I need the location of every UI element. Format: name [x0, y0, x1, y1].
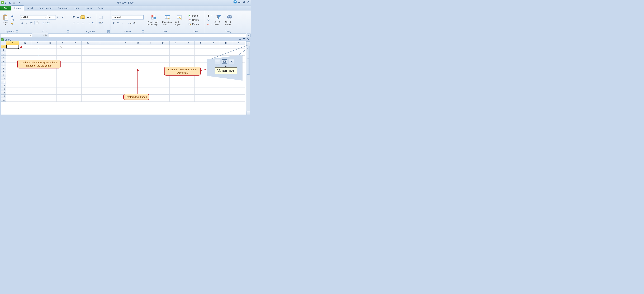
cell[interactable] [56, 49, 69, 52]
column-header[interactable]: N [170, 41, 182, 45]
cell[interactable] [182, 63, 195, 66]
column-header[interactable]: C [32, 41, 44, 45]
cell[interactable] [220, 49, 232, 52]
tab-data[interactable]: Data [71, 6, 82, 10]
align-left-button[interactable] [72, 21, 76, 25]
cell[interactable] [182, 56, 195, 59]
conditional-formatting-button[interactable]: Conditional Formatting [146, 14, 161, 26]
cell[interactable] [132, 49, 144, 52]
cell[interactable] [207, 91, 220, 95]
cell[interactable] [157, 91, 170, 95]
cell[interactable] [6, 56, 19, 59]
cell[interactable] [94, 84, 107, 88]
cell[interactable] [195, 95, 207, 98]
tab-formulas[interactable]: Formulas [55, 6, 71, 10]
cell[interactable] [82, 70, 94, 73]
cell[interactable] [32, 49, 44, 52]
cell[interactable] [6, 63, 19, 66]
cell[interactable] [119, 59, 132, 63]
paste-button[interactable]: Paste ▼ [1, 14, 10, 26]
cell[interactable] [19, 98, 32, 102]
row-header[interactable]: 16 [1, 98, 6, 102]
cell[interactable] [144, 45, 157, 49]
name-box[interactable]: A1▼ [0, 34, 32, 37]
cell[interactable] [157, 52, 170, 56]
cell[interactable] [6, 88, 19, 91]
cell[interactable] [170, 88, 182, 91]
sort-filter-button[interactable]: AZ Sort & Filter [214, 14, 224, 26]
cell[interactable] [94, 49, 107, 52]
undo-button[interactable] [9, 1, 12, 5]
fill-color-button[interactable] [42, 21, 46, 25]
cell[interactable] [6, 52, 19, 56]
qat-customize-button[interactable]: ▼ [17, 1, 20, 5]
cell[interactable] [144, 52, 157, 56]
row-header[interactable]: 4 [1, 56, 6, 59]
cell[interactable] [119, 66, 132, 70]
cell[interactable] [69, 84, 82, 88]
row-header[interactable]: 15 [1, 95, 6, 98]
tab-insert[interactable]: Insert [24, 6, 36, 10]
cell[interactable] [44, 45, 56, 49]
cell[interactable] [220, 91, 232, 95]
alignment-dialog-launcher[interactable]: ↘ [108, 31, 110, 33]
cell[interactable] [144, 63, 157, 66]
cell[interactable] [82, 59, 94, 63]
cell[interactable] [19, 70, 32, 73]
cell[interactable] [69, 49, 82, 52]
tab-home[interactable]: Home [11, 6, 24, 11]
cell[interactable] [19, 80, 32, 84]
cell[interactable] [220, 45, 232, 49]
increase-decimal-button[interactable]: .0.00 [128, 21, 132, 25]
align-bottom-button[interactable] [80, 16, 85, 19]
cell[interactable] [56, 52, 69, 56]
font-color-button[interactable]: A [46, 21, 50, 25]
workbook-maximize-button[interactable] [242, 38, 246, 41]
cell[interactable] [119, 45, 132, 49]
cell[interactable] [144, 80, 157, 84]
cell[interactable] [157, 56, 170, 59]
cell[interactable] [232, 98, 245, 102]
row-header[interactable]: 8 [1, 70, 6, 73]
percent-button[interactable]: % [116, 21, 120, 25]
cell[interactable] [44, 98, 56, 102]
column-header[interactable]: E [56, 41, 69, 45]
fill-button[interactable]: ▾ [206, 18, 212, 22]
cell[interactable] [82, 45, 94, 49]
cell[interactable] [107, 98, 119, 102]
cell[interactable] [69, 73, 82, 77]
cell[interactable] [232, 49, 245, 52]
cell[interactable] [107, 52, 119, 56]
row-header[interactable]: 11 [1, 80, 6, 84]
cell[interactable] [232, 95, 245, 98]
cell[interactable] [132, 80, 144, 84]
cell[interactable] [107, 80, 119, 84]
cell[interactable] [6, 84, 19, 88]
cell[interactable] [195, 49, 207, 52]
cell[interactable] [107, 56, 119, 59]
cell[interactable] [56, 80, 69, 84]
cell[interactable] [94, 70, 107, 73]
save-button[interactable] [4, 1, 8, 5]
workbook-close-button[interactable] [247, 38, 250, 41]
format-painter-button[interactable] [10, 22, 14, 26]
cell[interactable] [32, 80, 44, 84]
cell[interactable] [82, 63, 94, 66]
cell[interactable] [44, 56, 56, 59]
column-header[interactable]: B [19, 41, 32, 45]
cell[interactable] [107, 84, 119, 88]
cell[interactable] [195, 59, 207, 63]
cell[interactable] [44, 80, 56, 84]
cell[interactable] [32, 77, 44, 80]
cell[interactable] [195, 56, 207, 59]
cell[interactable] [195, 80, 207, 84]
cell[interactable] [119, 80, 132, 84]
clipboard-dialog-launcher[interactable]: ↘ [16, 31, 18, 33]
column-header[interactable]: H [94, 41, 107, 45]
cell[interactable] [119, 73, 132, 77]
cell[interactable] [157, 63, 170, 66]
comma-button[interactable]: , [121, 21, 125, 25]
cell[interactable] [82, 52, 94, 56]
cell[interactable] [82, 80, 94, 84]
insert-cells-button[interactable]: Insert▾ [188, 14, 202, 18]
